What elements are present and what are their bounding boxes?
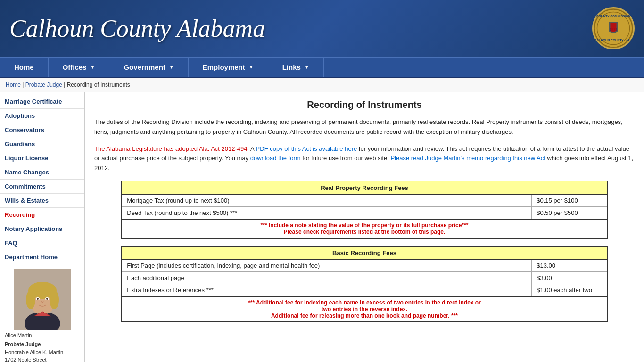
sidebar-item-commitments[interactable]: Commitments xyxy=(0,180,84,194)
svg-text:COUNTY COMMISSION: COUNTY COMMISSION xyxy=(596,15,630,18)
act-text-1: The Alabama Legislature has adopted Ala.… xyxy=(94,145,249,152)
page-layout: Marriage Certificate Adoptions Conservat… xyxy=(0,92,644,362)
svg-point-11 xyxy=(50,290,59,309)
mortgage-tax-amount: $0.15 per $100 xyxy=(532,194,607,206)
svg-text:CALHOUN COUNTY · ALA: CALHOUN COUNTY · ALA xyxy=(594,39,633,42)
judge-address1: 1702 Noble Street xyxy=(5,356,80,362)
table-row: Extra Indexes or References *** $1.00 ea… xyxy=(122,284,607,296)
judge-info: Probate Judge Honorable Alice K. Martin … xyxy=(0,338,84,362)
site-title: Calhoun County Alabama xyxy=(9,15,265,42)
first-page-amount: $13.00 xyxy=(532,259,607,272)
breadcrumb-probate[interactable]: Probate Judge xyxy=(25,82,62,88)
county-seal: COUNTY COMMISSION CALHOUN COUNTY · ALA 1… xyxy=(592,7,635,49)
basic-recording-table: Basic Recording Fees First Page (include… xyxy=(121,246,607,322)
sidebar-item-recording[interactable]: Recording xyxy=(0,208,84,222)
act-text-2: A xyxy=(250,145,256,152)
table-row: Deed Tax (round up to the next $500) ***… xyxy=(122,206,607,219)
table-row: First Page (includes certification, inde… xyxy=(122,259,607,272)
breadcrumb-current: Recording of Instruments xyxy=(67,82,130,88)
real-property-note-row: *** Include a note stating the value of … xyxy=(122,219,607,238)
deed-tax-desc: Deed Tax (round up to the next $500) *** xyxy=(122,206,531,219)
additional-page-desc: Each additional page xyxy=(122,272,531,284)
svg-point-14 xyxy=(37,298,39,300)
real-property-note: *** Include a note stating the value of … xyxy=(122,219,607,238)
table-row: Each additional page $3.00 xyxy=(122,272,607,284)
sidebar-item-department-home[interactable]: Department Home xyxy=(0,250,84,264)
act-paragraph: The Alabama Legislature has adopted Ala.… xyxy=(94,144,635,173)
basic-recording-note-row: *** Additional fee for indexing each nam… xyxy=(122,296,607,322)
nav-links[interactable]: Links ▼ xyxy=(268,58,324,77)
sidebar-item-notary-applications[interactable]: Notary Applications xyxy=(0,222,84,236)
intro-paragraph: The duties of the Recording Division inc… xyxy=(94,117,635,137)
real-property-table-header: Real Property Recording Fees xyxy=(122,181,607,195)
nav-offices[interactable]: Offices ▼ xyxy=(49,58,110,77)
page-title: Recording of Instruments xyxy=(94,99,635,110)
additional-page-amount: $3.00 xyxy=(532,272,607,284)
basic-recording-note: *** Additional fee for indexing each nam… xyxy=(122,296,607,322)
extra-indexes-desc: Extra Indexes or References *** xyxy=(122,284,531,296)
act-link-3[interactable]: Please read Judge Martin's memo regardin… xyxy=(390,155,545,162)
deed-tax-amount: $0.50 per $500 xyxy=(532,206,607,219)
mortgage-tax-desc: Mortgage Tax (round up to next $100) xyxy=(122,194,531,206)
svg-point-10 xyxy=(26,290,35,309)
nav-government-arrow: ▼ xyxy=(169,65,174,70)
main-content: Recording of Instruments The duties of t… xyxy=(85,92,644,362)
sidebar-item-wills-estates[interactable]: Wills & Estates xyxy=(0,194,84,208)
act-link-2[interactable]: download the form xyxy=(250,155,301,162)
judge-photo-container: Alice Martin xyxy=(0,269,84,338)
sidebar: Marriage Certificate Adoptions Conservat… xyxy=(0,92,85,362)
nav-offices-arrow: ▼ xyxy=(91,65,95,70)
basic-recording-table-header: Basic Recording Fees xyxy=(122,246,607,260)
sidebar-item-liquor-license[interactable]: Liquor License xyxy=(0,151,84,165)
judge-title: Probate Judge xyxy=(5,340,80,348)
nav-home[interactable]: Home xyxy=(0,58,49,77)
sidebar-item-conservators[interactable]: Conservators xyxy=(0,123,84,137)
judge-name: Honorable Alice K. Martin xyxy=(5,348,80,356)
sidebar-item-faq[interactable]: FAQ xyxy=(0,236,84,250)
nav-government[interactable]: Government ▼ xyxy=(109,58,188,77)
breadcrumb-home[interactable]: Home xyxy=(6,82,21,88)
act-text-4: for future use from our web site. xyxy=(302,155,390,162)
act-link-1[interactable]: PDF copy of this Act is available here xyxy=(256,145,357,152)
table-row: Mortgage Tax (round up to next $100) $0.… xyxy=(122,194,607,206)
breadcrumb: Home | Probate Judge | Recording of Inst… xyxy=(0,78,644,92)
main-nav: Home Offices ▼ Government ▼ Employment ▼… xyxy=(0,57,644,78)
sidebar-item-name-changes[interactable]: Name Changes xyxy=(0,165,84,180)
first-page-desc: First Page (includes certification, inde… xyxy=(122,259,531,272)
sidebar-item-guardians[interactable]: Guardians xyxy=(0,137,84,151)
judge-photo xyxy=(14,269,71,330)
judge-photo-caption: Alice Martin xyxy=(2,332,82,338)
extra-indexes-amount: $1.00 each after two xyxy=(532,284,607,296)
sidebar-item-adoptions[interactable]: Adoptions xyxy=(0,109,84,123)
nav-links-arrow: ▼ xyxy=(305,65,309,70)
nav-employment[interactable]: Employment ▼ xyxy=(189,58,268,77)
svg-point-15 xyxy=(46,298,48,300)
sidebar-item-marriage-certificate[interactable]: Marriage Certificate xyxy=(0,95,84,109)
nav-employment-arrow: ▼ xyxy=(249,65,254,70)
page-header: Calhoun County Alabama COUNTY COMMISSION… xyxy=(0,0,644,57)
real-property-table: Real Property Recording Fees Mortgage Ta… xyxy=(121,181,607,239)
